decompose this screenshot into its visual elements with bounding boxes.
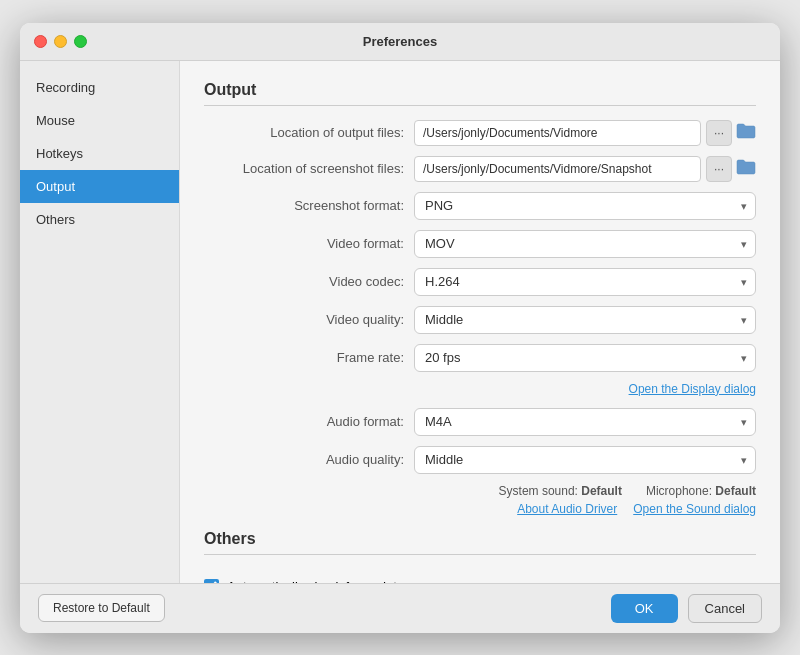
audio-format-select[interactable]: M4A MP3 AAC WMA bbox=[414, 408, 756, 436]
restore-default-button[interactable]: Restore to Default bbox=[38, 594, 165, 622]
output-section-title: Output bbox=[204, 81, 756, 106]
output-files-row: Location of output files: ··· bbox=[204, 120, 756, 146]
screenshot-files-dots-button[interactable]: ··· bbox=[706, 156, 732, 182]
traffic-lights bbox=[34, 35, 87, 48]
video-codec-wrapper: H.264 H.265 MPEG-4 ▾ bbox=[414, 268, 756, 296]
preferences-window: Preferences Recording Mouse Hotkeys Outp… bbox=[20, 23, 780, 633]
frame-rate-label: Frame rate: bbox=[204, 350, 414, 365]
window-body: Recording Mouse Hotkeys Output Others Ou… bbox=[20, 61, 780, 583]
ok-button[interactable]: OK bbox=[611, 594, 678, 623]
video-codec-select[interactable]: H.264 H.265 MPEG-4 bbox=[414, 268, 756, 296]
video-codec-label: Video codec: bbox=[204, 274, 414, 289]
open-display-dialog-row: Open the Display dialog bbox=[204, 382, 756, 396]
video-quality-wrapper: High Middle Low ▾ bbox=[414, 306, 756, 334]
screenshot-files-field: ··· bbox=[414, 156, 756, 182]
sidebar-item-output[interactable]: Output bbox=[20, 170, 179, 203]
screenshot-files-input[interactable] bbox=[414, 156, 701, 182]
screenshot-files-folder-button[interactable] bbox=[736, 158, 756, 180]
video-quality-row: Video quality: High Middle Low ▾ bbox=[204, 306, 756, 334]
audio-format-row: Audio format: M4A MP3 AAC WMA ▾ bbox=[204, 408, 756, 436]
maximize-button[interactable] bbox=[74, 35, 87, 48]
footer-right: OK Cancel bbox=[611, 594, 762, 623]
sidebar-item-recording[interactable]: Recording bbox=[20, 71, 179, 104]
output-files-label: Location of output files: bbox=[204, 125, 414, 140]
screenshot-files-label: Location of screenshot files: bbox=[204, 161, 414, 176]
auto-update-row: Automatically check for updates bbox=[204, 569, 756, 583]
audio-quality-row: Audio quality: High Middle Low ▾ bbox=[204, 446, 756, 474]
output-files-folder-button[interactable] bbox=[736, 122, 756, 144]
audio-quality-wrapper: High Middle Low ▾ bbox=[414, 446, 756, 474]
output-files-input[interactable] bbox=[414, 120, 701, 146]
screenshot-format-label: Screenshot format: bbox=[204, 198, 414, 213]
video-format-select[interactable]: MOV MP4 AVI MKV bbox=[414, 230, 756, 258]
cancel-button[interactable]: Cancel bbox=[688, 594, 762, 623]
about-audio-driver-link[interactable]: About Audio Driver bbox=[517, 502, 617, 516]
video-format-row: Video format: MOV MP4 AVI MKV ▾ bbox=[204, 230, 756, 258]
microphone-label: Microphone: Default bbox=[646, 484, 756, 498]
sidebar-item-hotkeys[interactable]: Hotkeys bbox=[20, 137, 179, 170]
open-sound-dialog-link[interactable]: Open the Sound dialog bbox=[633, 502, 756, 516]
title-bar: Preferences bbox=[20, 23, 780, 61]
output-files-dots-button[interactable]: ··· bbox=[706, 120, 732, 146]
frame-rate-wrapper: 20 fps 24 fps 30 fps 60 fps ▾ bbox=[414, 344, 756, 372]
audio-quality-label: Audio quality: bbox=[204, 452, 414, 467]
frame-rate-row: Frame rate: 20 fps 24 fps 30 fps 60 fps … bbox=[204, 344, 756, 372]
window-title: Preferences bbox=[363, 34, 437, 49]
audio-info-row: System sound: Default Microphone: Defaul… bbox=[204, 484, 756, 498]
screenshot-format-row: Screenshot format: PNG JPG BMP GIF ▾ bbox=[204, 192, 756, 220]
system-sound-label: System sound: Default bbox=[499, 484, 622, 498]
frame-rate-select[interactable]: 20 fps 24 fps 30 fps 60 fps bbox=[414, 344, 756, 372]
video-codec-row: Video codec: H.264 H.265 MPEG-4 ▾ bbox=[204, 268, 756, 296]
open-display-dialog-link[interactable]: Open the Display dialog bbox=[629, 382, 756, 396]
screenshot-format-wrapper: PNG JPG BMP GIF ▾ bbox=[414, 192, 756, 220]
audio-format-label: Audio format: bbox=[204, 414, 414, 429]
main-content: Output Location of output files: ··· Loc… bbox=[180, 61, 780, 583]
sidebar-item-others[interactable]: Others bbox=[20, 203, 179, 236]
output-files-field: ··· bbox=[414, 120, 756, 146]
footer: Restore to Default OK Cancel bbox=[20, 583, 780, 633]
audio-links-row: About Audio Driver Open the Sound dialog bbox=[204, 502, 756, 516]
sidebar: Recording Mouse Hotkeys Output Others bbox=[20, 61, 180, 583]
video-format-wrapper: MOV MP4 AVI MKV ▾ bbox=[414, 230, 756, 258]
audio-format-wrapper: M4A MP3 AAC WMA ▾ bbox=[414, 408, 756, 436]
screenshot-format-select[interactable]: PNG JPG BMP GIF bbox=[414, 192, 756, 220]
screenshot-files-row: Location of screenshot files: ··· bbox=[204, 156, 756, 182]
minimize-button[interactable] bbox=[54, 35, 67, 48]
audio-quality-select[interactable]: High Middle Low bbox=[414, 446, 756, 474]
sidebar-item-mouse[interactable]: Mouse bbox=[20, 104, 179, 137]
others-section: Others Automatically check for updates bbox=[204, 530, 756, 583]
close-button[interactable] bbox=[34, 35, 47, 48]
video-quality-select[interactable]: High Middle Low bbox=[414, 306, 756, 334]
video-quality-label: Video quality: bbox=[204, 312, 414, 327]
others-section-title: Others bbox=[204, 530, 756, 555]
video-format-label: Video format: bbox=[204, 236, 414, 251]
